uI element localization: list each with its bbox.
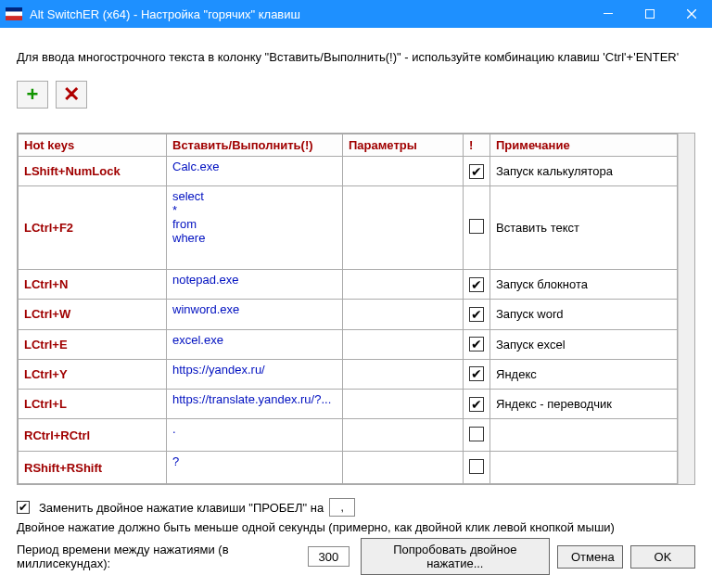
cell-note[interactable]: Запуск word [490,300,678,329]
cell-action[interactable]: https://yandex.ru/ [167,359,343,389]
table-row[interactable]: LCtrl+F2select * from whereВставить текс… [19,186,678,270]
col-flag[interactable]: ! [464,134,490,157]
titlebar: Alt SwitchER (x64) - Настройка "горячих"… [0,0,712,28]
instructions-text: Для ввода многострочного текста в колонк… [17,50,695,64]
checkbox-icon[interactable]: ✔ [469,164,484,179]
checkbox-icon[interactable] [469,459,484,474]
cell-action[interactable]: ? [167,452,343,484]
cell-action[interactable]: . [167,419,343,452]
cell-params[interactable] [343,300,464,329]
cell-flag[interactable]: ✔ [464,359,490,389]
table-row[interactable]: LCtrl+Wwinword.exe✔Запуск word [19,300,678,329]
cancel-button[interactable]: Отмена [557,545,623,569]
table-row[interactable]: LCtrl+Eexcel.exe✔Запуск excel [19,329,678,359]
cell-note[interactable]: Запуск excel [490,329,678,359]
cell-hotkey[interactable]: LCtrl+Y [19,359,167,389]
cell-hotkey[interactable]: LCtrl+L [19,389,167,418]
table-row[interactable]: LShift+NumLockCalc.exe✔Запуск калькулято… [19,157,678,186]
ok-button[interactable]: OK [630,545,695,569]
cell-flag[interactable]: ✔ [464,300,490,329]
cell-params[interactable] [343,157,464,186]
cell-action[interactable]: excel.exe [167,329,343,359]
checkbox-icon[interactable] [469,427,484,441]
checkbox-icon[interactable]: ✔ [469,277,484,292]
table-row[interactable]: RShift+RShift? [19,452,678,484]
cell-note[interactable]: Яндекс [490,359,678,389]
cell-flag[interactable] [464,419,490,452]
period-label: Период времени между нажатиями (в миллис… [17,543,302,570]
cell-hotkey[interactable]: LCtrl+N [19,270,167,300]
cell-action[interactable]: winword.exe [167,300,343,329]
window-title: Alt SwitchER (x64) - Настройка "горячих"… [30,7,587,21]
checkbox-icon[interactable] [469,219,484,234]
cell-note[interactable]: Запуск калькулятора [490,157,678,186]
cell-params[interactable] [343,452,464,484]
checkbox-icon[interactable]: ✔ [469,366,484,381]
delete-button[interactable]: ✕ [56,81,87,109]
close-button[interactable] [670,0,712,28]
bottom-panel: ✔ Заменить двойное нажатие клавиши "ПРОБ… [17,498,695,579]
period-input[interactable]: 300 [308,546,350,567]
svg-rect-4 [6,16,22,20]
cell-params[interactable] [343,329,464,359]
replace-space-checkbox[interactable]: ✔ [17,501,30,514]
cell-flag[interactable]: ✔ [464,157,490,186]
col-params[interactable]: Параметры [343,134,464,157]
cell-flag[interactable]: ✔ [464,389,490,418]
cell-params[interactable] [343,389,464,418]
checkbox-icon[interactable]: ✔ [469,397,484,412]
cell-hotkey[interactable]: LCtrl+E [19,329,167,359]
cell-action[interactable]: notepad.exe [167,270,343,300]
cell-note[interactable]: Запуск блокнота [490,270,678,300]
cell-flag[interactable] [464,186,490,270]
svg-rect-3 [6,12,22,17]
col-hotkeys[interactable]: Hot keys [19,134,167,157]
cell-params[interactable] [343,186,464,270]
cell-flag[interactable]: ✔ [464,329,490,359]
cell-note[interactable] [490,452,678,484]
window: Alt SwitchER (x64) - Настройка "горячих"… [0,0,712,588]
cell-hotkey[interactable]: RCtrl+RCtrl [19,419,167,452]
replace-space-value[interactable]: , [329,498,355,517]
table-row[interactable]: RCtrl+RCtrl. [19,419,678,452]
table-row[interactable]: LCtrl+Yhttps://yandex.ru/✔Яндекс [19,359,678,389]
svg-rect-2 [6,7,22,12]
cell-flag[interactable]: ✔ [464,270,490,300]
col-action[interactable]: Вставить/Выполнить(!) [167,134,343,157]
cell-params[interactable] [343,359,464,389]
maximize-button[interactable] [629,0,670,28]
svg-rect-5 [604,13,613,14]
hotkey-table-wrap: Hot keys Вставить/Выполнить(!) Параметры… [17,133,695,485]
cell-note[interactable]: Вставить текст [490,186,678,270]
cell-hotkey[interactable]: LCtrl+F2 [19,186,167,270]
hotkey-table: Hot keys Вставить/Выполнить(!) Параметры… [18,134,678,484]
cell-params[interactable] [343,270,464,300]
plus-icon: + [27,83,39,107]
try-double-press-button[interactable]: Попробовать двойное нажатие... [361,538,550,575]
client-area: Для ввода многострочного текста в колонк… [0,28,712,588]
toolbar: + ✕ [17,81,695,109]
cell-action[interactable]: https://translate.yandex.ru/?... [167,389,343,418]
cell-note[interactable]: Яндекс - переводчик [490,389,678,418]
add-button[interactable]: + [17,81,48,109]
cell-note[interactable] [490,419,678,452]
table-row[interactable]: LCtrl+Lhttps://translate.yandex.ru/?...✔… [19,389,678,418]
table-row[interactable]: LCtrl+Nnotepad.exe✔Запуск блокнота [19,270,678,300]
cell-hotkey[interactable]: LCtrl+W [19,300,167,329]
cell-action[interactable]: select * from where [167,186,343,270]
svg-rect-6 [645,10,654,19]
cell-params[interactable] [343,419,464,452]
table-header-row: Hot keys Вставить/Выполнить(!) Параметры… [19,134,678,157]
checkbox-icon[interactable]: ✔ [469,337,484,352]
cell-flag[interactable] [464,452,490,484]
vertical-scrollbar[interactable] [678,134,694,484]
minimize-button[interactable] [587,0,629,28]
replace-space-label: Заменить двойное нажатие клавиши "ПРОБЕЛ… [39,501,324,515]
col-note[interactable]: Примечание [490,134,678,157]
checkbox-icon[interactable]: ✔ [469,307,484,322]
x-icon: ✕ [63,83,80,107]
app-icon [6,7,22,20]
cell-action[interactable]: Calc.exe [167,157,343,186]
cell-hotkey[interactable]: RShift+RShift [19,452,167,484]
cell-hotkey[interactable]: LShift+NumLock [19,157,167,186]
